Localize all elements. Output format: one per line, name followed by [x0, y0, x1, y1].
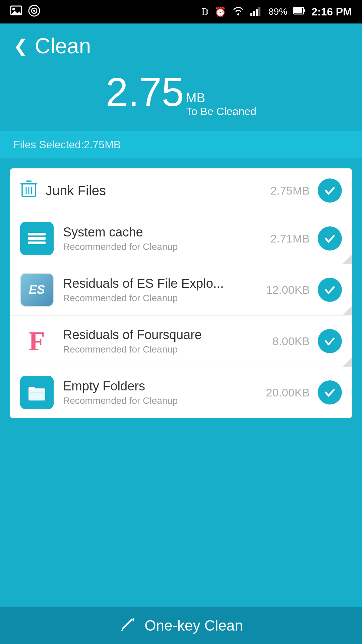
svg-point-1 [12, 8, 15, 10]
svg-rect-10 [258, 7, 260, 16]
es-icon-inner: ES [21, 274, 53, 306]
es-file-icon: ES [20, 273, 54, 307]
page-title: Clean [35, 34, 91, 58]
record-icon [28, 5, 40, 19]
list-item[interactable]: ES Residuals of ES File Explo... Recomme… [10, 264, 352, 316]
junk-files-title: Junk Files [46, 183, 270, 198]
trash-icon [20, 179, 38, 202]
status-left-icons [10, 5, 40, 19]
status-bar: 𝔻 ⏰ 89% 2:16 PM [0, 0, 362, 23]
item-size: 2.71MB [270, 232, 310, 245]
svg-rect-9 [256, 9, 258, 16]
battery-percent: 89% [268, 6, 287, 17]
fold-indicator [343, 306, 352, 315]
item-subtitle: Recommended for Cleanup [63, 293, 266, 304]
junk-files-checkbox[interactable] [318, 178, 342, 203]
svg-marker-2 [11, 11, 21, 15]
es-file-checkbox[interactable] [318, 278, 342, 302]
size-label: To Be Cleaned [186, 105, 256, 118]
fold-indicator [343, 357, 352, 367]
item-size: 8.00KB [272, 335, 310, 348]
one-key-clean-button[interactable]: One-key Clean [0, 607, 362, 644]
item-subtitle: Recommended for Cleanup [63, 241, 270, 252]
status-time: 2:16 PM [311, 6, 352, 18]
junk-files-size: 2.75MB [270, 184, 310, 197]
empty-folders-checkbox[interactable] [318, 380, 342, 405]
broom-icon [119, 615, 136, 636]
item-size: 20.00KB [266, 386, 310, 399]
empty-folders-info: Empty Folders Recommended for Cleanup [63, 379, 266, 406]
svg-rect-13 [294, 8, 302, 13]
size-value: 2.75 [106, 72, 184, 112]
list-item[interactable]: System cache Recommended for Cleanup 2.7… [10, 213, 352, 264]
main-card: Junk Files 2.75MB System cache Recommend… [10, 168, 352, 418]
image-icon [10, 5, 22, 19]
size-unit: MB [186, 91, 256, 105]
svg-rect-7 [250, 13, 252, 16]
system-cache-info: System cache Recommended for Cleanup [63, 225, 270, 252]
signal-icon [250, 6, 262, 18]
item-name: System cache [63, 225, 270, 239]
svg-rect-8 [253, 11, 255, 16]
empty-folders-icon [20, 376, 54, 409]
foursquare-icon: F [20, 324, 54, 358]
svg-point-6 [237, 13, 239, 15]
item-name: Residuals of ES File Explo... [63, 276, 266, 291]
system-cache-icon [20, 222, 54, 255]
battery-icon [293, 6, 305, 18]
es-file-info: Residuals of ES File Explo... Recommende… [63, 276, 266, 304]
fold-indicator [343, 255, 352, 264]
item-size: 12.00KB [266, 283, 310, 297]
list-item[interactable]: F Residuals of Foursquare Recommended fo… [10, 316, 352, 367]
junk-files-row[interactable]: Junk Files 2.75MB [10, 168, 352, 213]
item-subtitle: Recommended for Cleanup [63, 395, 266, 406]
item-name: Residuals of Foursquare [63, 328, 272, 342]
foursquare-checkbox[interactable] [318, 329, 342, 353]
header: ❮ Clean [0, 23, 362, 62]
back-button[interactable]: ❮ [13, 37, 28, 55]
files-selected-text: Files Selected:2.75MB [13, 139, 121, 151]
list-item[interactable]: Empty Folders Recommended for Cleanup 20… [10, 367, 352, 418]
status-right-icons: 𝔻 ⏰ 89% 2:16 PM [201, 6, 352, 18]
foursquare-info: Residuals of Foursquare Recommended for … [63, 328, 272, 355]
svg-point-5 [33, 10, 35, 12]
item-subtitle: Recommended for Cleanup [63, 344, 272, 355]
svg-rect-12 [304, 9, 305, 12]
wifi-icon [232, 6, 244, 18]
foursquare-f-letter: F [29, 326, 45, 357]
layers-icon [28, 233, 46, 244]
files-selected-bar: Files Selected:2.75MB [0, 131, 362, 158]
size-display: 2.75 MB To Be Cleaned [0, 62, 362, 131]
one-key-clean-label: One-key Clean [144, 617, 243, 634]
data-saver-icon: 𝔻 [201, 6, 208, 17]
svg-rect-20 [30, 392, 44, 392]
alarm-icon: ⏰ [215, 6, 226, 17]
system-cache-checkbox[interactable] [318, 226, 342, 251]
item-name: Empty Folders [63, 379, 266, 393]
